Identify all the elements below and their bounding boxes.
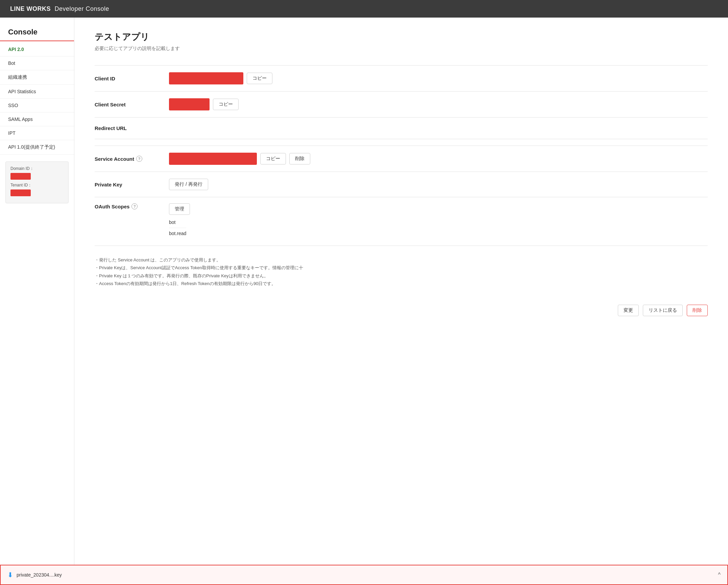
- download-bar: ⬇ private_20230​4....key ^: [0, 565, 728, 585]
- back-button[interactable]: リストに戻る: [643, 305, 683, 316]
- oauth-scopes-label: OAuth Scopes ?: [95, 203, 169, 209]
- app-subtitle: 必要に応じてアプリの説明を記載します: [95, 46, 708, 52]
- download-filename: private_20230​4....key: [17, 572, 714, 578]
- client-id-label: Client ID: [95, 76, 169, 81]
- sidebar-item-ipt[interactable]: IPT: [0, 126, 74, 140]
- sidebar-console-title: Console: [0, 28, 74, 41]
- action-buttons: 変更 リストに戻る 削除: [95, 301, 708, 316]
- note-3: ・Private Key は１つのみ有効です。再発行の際、既存のPrivate …: [95, 272, 708, 280]
- note-4: ・Access Tokenの有効期間は発行から1日、Refresh Tokenの…: [95, 280, 708, 287]
- top-header: LINE WORKS Developer Console: [0, 0, 728, 18]
- change-button[interactable]: 変更: [618, 305, 639, 316]
- sidebar-item-sso[interactable]: SSO: [0, 99, 74, 112]
- service-account-copy-button[interactable]: コピー: [260, 153, 286, 164]
- form-section: Client ID コピー Client Secret コピー Redirect…: [95, 65, 708, 246]
- service-account-help-icon: ?: [136, 156, 142, 162]
- main-layout: Console API 2.0 Bot 組織連携 API Statistics …: [0, 18, 728, 585]
- sidebar-nav: API 2.0 Bot 組織連携 API Statistics SSO SAML…: [0, 43, 74, 155]
- private-key-row: Private Key 発行 / 再発行: [95, 172, 708, 197]
- private-key-label: Private Key: [95, 182, 169, 187]
- oauth-scopes-help-icon: ?: [131, 203, 138, 209]
- redirect-url-row: Redirect URL: [95, 118, 708, 139]
- private-key-issue-button[interactable]: 発行 / 再発行: [169, 179, 208, 190]
- client-secret-row: Client Secret コピー: [95, 92, 708, 118]
- download-chevron[interactable]: ^: [718, 572, 721, 578]
- download-icon: ⬇: [7, 571, 13, 579]
- header-title: LINE WORKS Developer Console: [10, 5, 109, 12]
- tenant-id-label: Tenant ID：: [10, 182, 64, 188]
- domain-id-value: [10, 173, 31, 180]
- sidebar-info-box: Domain ID： Tenant ID：: [5, 161, 69, 203]
- client-id-copy-button[interactable]: コピー: [247, 73, 272, 84]
- client-id-value: コピー: [169, 72, 708, 84]
- service-account-delete-button[interactable]: 削除: [289, 153, 310, 164]
- service-account-label: Service Account ?: [95, 156, 169, 162]
- spacer-row: [95, 139, 708, 146]
- client-id-redacted: [169, 72, 243, 84]
- tenant-id-value: [10, 189, 31, 196]
- sidebar-item-org[interactable]: 組織連携: [0, 70, 74, 85]
- oauth-scopes-value: 管理 bot bot.read: [169, 203, 708, 239]
- notes-section: ・発行した Service Account は、このアプリのみで使用します。 ・…: [95, 256, 708, 288]
- sidebar-item-api2[interactable]: API 2.0: [0, 43, 74, 56]
- oauth-scope-1: bot: [169, 217, 186, 228]
- oauth-scopes-list: bot bot.read: [169, 217, 186, 239]
- client-id-row: Client ID コピー: [95, 66, 708, 92]
- note-2: ・Private Keyは、Service Account認証でAccess T…: [95, 264, 708, 272]
- sidebar-item-bot[interactable]: Bot: [0, 56, 74, 70]
- domain-id-label: Domain ID：: [10, 166, 64, 172]
- service-account-row: Service Account ? コピー 削除: [95, 146, 708, 172]
- oauth-scope-2: bot.read: [169, 228, 186, 239]
- sidebar: Console API 2.0 Bot 組織連携 API Statistics …: [0, 18, 74, 585]
- client-secret-copy-button[interactable]: コピー: [213, 99, 239, 110]
- delete-button[interactable]: 削除: [687, 305, 708, 316]
- client-secret-label: Client Secret: [95, 102, 169, 107]
- sidebar-item-saml[interactable]: SAML Apps: [0, 112, 74, 126]
- content-area: テストアプリ 必要に応じてアプリの説明を記載します Client ID コピー …: [74, 18, 728, 585]
- service-account-value: コピー 削除: [169, 153, 708, 165]
- client-secret-redacted: [169, 98, 210, 110]
- sidebar-item-api1[interactable]: API 1.0(提供終了予定): [0, 140, 74, 155]
- service-account-redacted: [169, 153, 257, 165]
- client-secret-value: コピー: [169, 98, 708, 110]
- header-brand: LINE WORKS: [10, 5, 51, 12]
- note-1: ・発行した Service Account は、このアプリのみで使用します。: [95, 256, 708, 264]
- redirect-url-label: Redirect URL: [95, 125, 169, 131]
- sidebar-item-stats[interactable]: API Statistics: [0, 85, 74, 99]
- oauth-manage-button[interactable]: 管理: [169, 203, 190, 215]
- oauth-scopes-row: OAuth Scopes ? 管理 bot bot.read: [95, 197, 708, 246]
- header-subtitle: Developer Console: [55, 5, 110, 12]
- app-title: テストアプリ: [95, 31, 708, 43]
- private-key-value: 発行 / 再発行: [169, 179, 708, 190]
